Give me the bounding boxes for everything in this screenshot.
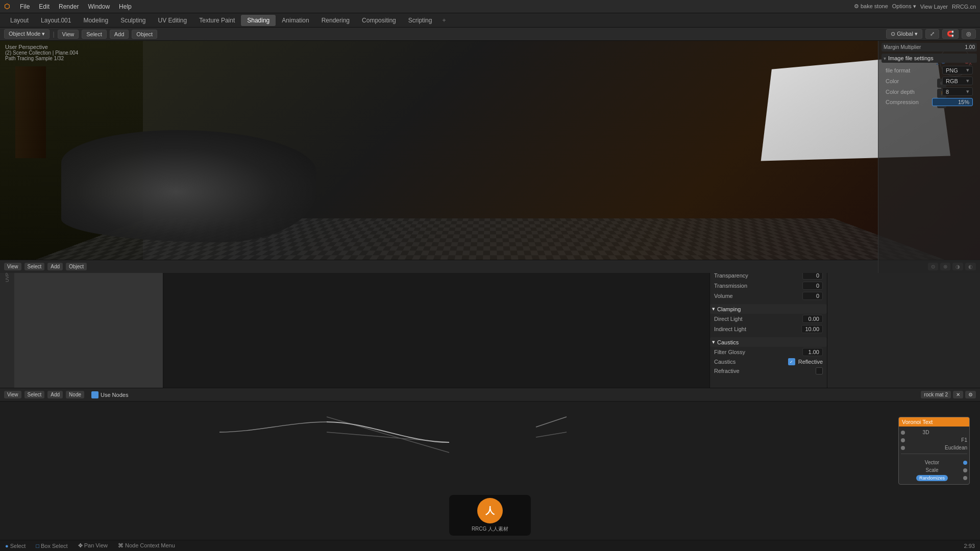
transparency-label: Transparency <box>714 272 748 279</box>
transmission-label: Transmission <box>714 283 747 289</box>
tab-texturepaint[interactable]: Texture Paint <box>193 15 241 26</box>
box-select-status: □ Box Select <box>36 543 67 549</box>
version-info: 2:93 <box>964 543 975 549</box>
volume-label: Volume <box>714 293 733 299</box>
tab-rendering[interactable]: Rendering <box>315 15 356 26</box>
voronoi-vector-label: Vector <box>925 460 939 465</box>
proportional-edit[interactable]: ◎ <box>962 29 976 39</box>
tab-scripting[interactable]: Scripting <box>402 15 438 26</box>
caustics-label: Caustics <box>717 339 739 345</box>
compression-label: Compression <box>886 99 919 105</box>
color-value[interactable]: RGB ▾ <box>942 77 973 85</box>
select-icon: ● <box>5 543 9 549</box>
image-settings-header[interactable]: ▾ Image file settings <box>881 54 977 63</box>
menu-window[interactable]: Window <box>84 2 114 11</box>
vp-view-btn[interactable]: View <box>4 263 21 270</box>
volume-value[interactable]: 0 <box>802 292 823 300</box>
node-editor-canvas[interactable]: Texture Coordinate Generated Normal UV <box>0 402 980 551</box>
workspace-tabs: Layout Layout.001 Modeling Sculpting UV … <box>0 13 980 28</box>
node-add-btn[interactable]: Add <box>47 391 63 398</box>
pan-icon: ✥ <box>78 542 83 548</box>
clamping-label: Clamping <box>717 306 741 312</box>
node-right-btns: rock mat 2 ✕ ⚙ <box>921 391 976 398</box>
node-select-btn[interactable]: Select <box>24 391 45 398</box>
filter-glossy-value[interactable]: 1.00 <box>802 348 823 356</box>
tab-uvediting[interactable]: UV Editing <box>152 15 193 26</box>
tab-compositing[interactable]: Compositing <box>356 15 402 26</box>
clamping-header[interactable]: ▾ Clamping <box>710 304 827 314</box>
menu-file[interactable]: File <box>16 2 34 11</box>
node-settings-btn[interactable]: ⚙ <box>965 391 976 398</box>
tab-shading[interactable]: Shading <box>241 15 276 26</box>
voronoi-euclidean-row: Euclidean <box>901 444 967 452</box>
pan-label: Pan View <box>84 542 108 548</box>
direct-light-value[interactable]: 0.00 <box>802 315 823 323</box>
file-format-row: file format PNG ▾ <box>881 65 977 76</box>
voronoi-euclidean-label: Euclidean <box>945 445 967 450</box>
snap-toggle[interactable]: 🧲 <box>942 29 959 39</box>
context-label: Node Context Menu <box>125 542 175 548</box>
view-menu[interactable]: View <box>58 30 79 39</box>
options-btn[interactable]: Options ▾ <box>892 3 916 10</box>
vp-object-btn[interactable]: Object <box>66 263 87 270</box>
object-menu[interactable]: Object <box>132 30 157 39</box>
svg-line-2 <box>536 417 567 427</box>
add-menu[interactable]: Add <box>110 30 129 39</box>
voronoi-node: Voronoi Text 3D F1 Euc <box>898 417 970 485</box>
filter-glossy-row: Filter Glossy 1.00 <box>710 347 827 357</box>
node-view-btn[interactable]: View <box>4 391 21 398</box>
top-menu-items: File Edit Render Window Help <box>16 2 136 11</box>
transmission-value[interactable]: 0 <box>802 282 823 290</box>
voronoi-f1-row: F1 <box>901 436 967 444</box>
caustics-section: ▾ Caustics Filter Glossy 1.00 Caustics ✓… <box>710 337 827 375</box>
node-close-btn[interactable]: ✕ <box>953 391 963 398</box>
menu-help[interactable]: Help <box>115 2 136 11</box>
caustics-checkboxes: ✓ Reflective <box>788 358 823 365</box>
indirect-light-value[interactable]: 10.00 <box>801 325 823 333</box>
use-nodes-checkbox[interactable] <box>91 391 99 398</box>
tab-layout001[interactable]: Layout.001 <box>35 15 77 26</box>
color-depth-row: Color depth 8 ▾ <box>881 86 977 97</box>
menu-render[interactable]: Render <box>55 2 83 11</box>
global-selector[interactable]: ⊙ Global ▾ <box>886 29 922 39</box>
select-menu[interactable]: Select <box>82 30 107 39</box>
filter-glossy-label: Filter Glossy <box>714 349 745 355</box>
color-depth-label: Color depth <box>886 89 915 95</box>
add-workspace-btn[interactable]: + <box>438 15 450 26</box>
voronoi-scale-row: Scale <box>901 466 967 474</box>
node-slot-btn[interactable]: rock mat 2 <box>921 391 951 398</box>
view-layer[interactable]: View Layer <box>920 4 948 10</box>
menu-edit[interactable]: Edit <box>35 2 54 11</box>
engine-selector[interactable]: ⚙ bake stone <box>854 3 888 10</box>
tab-modeling[interactable]: Modeling <box>77 15 114 26</box>
tab-layout[interactable]: Layout <box>4 15 35 26</box>
context-icon: ⌘ <box>118 542 124 548</box>
caustics-header[interactable]: ▾ Caustics <box>710 337 827 347</box>
svg-line-0 <box>327 417 449 453</box>
vp-select-btn[interactable]: Select <box>24 263 45 270</box>
render-info-label: Path Tracing Sample 1/32 <box>5 56 78 61</box>
center-area: User Perspective (2) Scene Collection | … <box>163 41 709 551</box>
voronoi-vector-row: Vector <box>901 459 967 466</box>
color-depth-value[interactable]: 8 ▾ <box>942 87 973 96</box>
margin-multiplier-row[interactable]: Margin Multiplier 1.00 <box>881 43 977 52</box>
tab-animation[interactable]: Animation <box>276 15 315 26</box>
transform-icons[interactable]: ⤢ <box>925 29 939 39</box>
voronoi-randomize-row: Randomizes <box>901 474 967 482</box>
viewport-3d[interactable]: User Perspective (2) Scene Collection | … <box>0 41 980 273</box>
blender-logo[interactable]: ⬡ <box>4 3 10 10</box>
vp-add-btn[interactable]: Add <box>47 263 63 270</box>
file-format-value[interactable]: PNG ▾ <box>942 66 973 74</box>
clamping-arrow: ▾ <box>712 306 715 312</box>
tab-sculpting[interactable]: Sculpting <box>114 15 152 26</box>
refractive-row: Refractive <box>710 366 827 375</box>
box-select-label: Box Select <box>41 543 68 549</box>
object-mode-selector[interactable]: Object Mode ▾ <box>4 29 50 39</box>
volume-row: Volume 0 <box>710 291 827 301</box>
watermark-logo: 人 <box>477 498 503 523</box>
refractive-cb[interactable] <box>816 367 823 374</box>
compression-value[interactable]: 15% <box>932 98 973 106</box>
reflective-cb[interactable]: ✓ <box>788 358 795 365</box>
node-node-btn[interactable]: Node <box>66 391 84 398</box>
refractive-label: Refractive <box>714 368 740 374</box>
